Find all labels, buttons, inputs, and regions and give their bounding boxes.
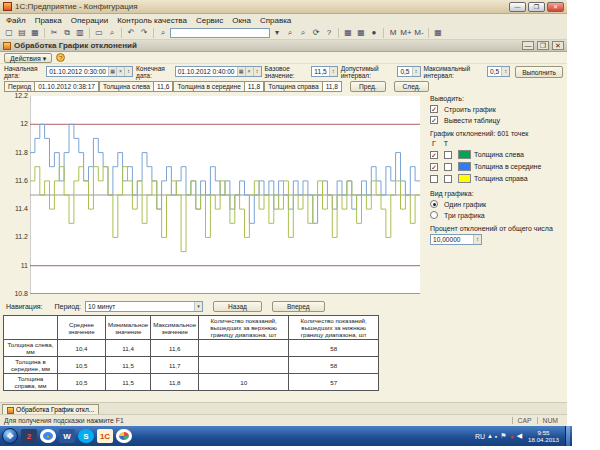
view-radio-2[interactable]: [430, 211, 438, 219]
end-date-field[interactable]: 01.10.2012 0:40:00 ▦ × ↕: [175, 66, 262, 77]
forward-button[interactable]: Вперед: [272, 301, 325, 312]
table-icon[interactable]: ▦: [342, 27, 354, 38]
menu-item-7[interactable]: Справка: [260, 16, 291, 25]
percent-field[interactable]: 10,00000 ↕: [430, 234, 482, 245]
output-checkbox-1[interactable]: ✓: [430, 105, 438, 113]
m-icon[interactable]: M: [387, 27, 399, 38]
menu-item-5[interactable]: Сервис: [196, 16, 223, 25]
base-value-field[interactable]: 11,5 ↕: [311, 66, 337, 77]
table-delete-icon[interactable]: ▦: [355, 27, 367, 38]
period-select-value: 10 минут: [86, 302, 194, 311]
show-desktop-button[interactable]: [565, 426, 570, 446]
copy-icon[interactable]: ⧉: [61, 27, 73, 38]
m-minus-icon[interactable]: M-: [413, 27, 425, 38]
search-icon[interactable]: ⌕: [157, 27, 169, 38]
legend-t-checkbox-3[interactable]: [444, 175, 452, 183]
legend-t-checkbox-1[interactable]: [444, 151, 452, 159]
num-indicator: NUM: [537, 417, 563, 424]
find-icon[interactable]: ⌕: [284, 27, 296, 38]
y-tick-label: 11.2: [2, 233, 28, 240]
output-checkbox-label: Вывести таблицу: [444, 117, 500, 124]
print-icon[interactable]: ▭: [93, 27, 105, 38]
taskbar-clock[interactable]: 9:55 18.04.2013: [525, 429, 562, 443]
legend-g-checkbox-1[interactable]: ✓: [430, 151, 438, 159]
table-row[interactable]: Толщина в середине, мм10,511,511,758: [4, 357, 379, 374]
menu-item-4[interactable]: Контроль качества: [117, 16, 187, 25]
help-icon[interactable]: ?: [323, 27, 335, 38]
table-row[interactable]: Толщина слева, мм10,411,411,658: [4, 340, 379, 357]
menu-item-6[interactable]: Окна: [232, 16, 251, 25]
spinner-icon[interactable]: ↕: [124, 67, 132, 76]
user-monitor-icon[interactable]: ●: [368, 27, 380, 38]
legend-g-checkbox-3[interactable]: [430, 175, 438, 183]
m-plus-icon[interactable]: M+: [400, 27, 412, 38]
processing-icon: [7, 407, 14, 414]
print-preview-icon[interactable]: ⌕: [106, 27, 118, 38]
mdi-minimize-button[interactable]: —: [522, 41, 534, 50]
refresh-icon[interactable]: ⟳: [310, 27, 322, 38]
prev-button[interactable]: Пред.: [350, 81, 386, 92]
search-dropdown-icon[interactable]: ▾: [271, 27, 283, 38]
chrome-icon[interactable]: [40, 429, 56, 443]
tolerance-field[interactable]: 0,5 ↕: [397, 66, 420, 77]
graphics-app-icon[interactable]: [116, 429, 132, 443]
period-select[interactable]: 10 минут ▾: [85, 301, 203, 312]
next-button[interactable]: След.: [394, 81, 430, 92]
results-table[interactable]: Среднее значениеМинимальное значениеМакс…: [3, 315, 379, 391]
1c-icon[interactable]: 1С: [97, 429, 113, 443]
save-icon[interactable]: ▦: [29, 27, 41, 38]
view-radio-1[interactable]: [430, 200, 438, 208]
find-next-icon[interactable]: ⌕: [297, 27, 309, 38]
menu-item-1[interactable]: Файл: [6, 16, 26, 25]
search-input[interactable]: [170, 28, 270, 38]
cut-icon[interactable]: ✂: [48, 27, 60, 38]
skype-icon[interactable]: S: [78, 429, 94, 443]
max-interval-field[interactable]: 0,5 ↕: [487, 66, 510, 77]
actions-button[interactable]: Действия ▾: [4, 53, 52, 63]
mdi-tab-bar: Обработка График откл...: [0, 402, 567, 414]
tray-language-indicator[interactable]: RU: [475, 433, 485, 440]
end-date-label: Конечная дата:: [136, 65, 172, 79]
spinner-icon[interactable]: ↕: [412, 67, 420, 76]
menu-item-2[interactable]: Правка: [35, 16, 62, 25]
spinner-icon[interactable]: ↕: [501, 67, 509, 76]
table-row[interactable]: Толщина справа, мм10,511,511,81057: [4, 374, 379, 391]
calendar-icon[interactable]: ▦: [237, 67, 245, 76]
back-button[interactable]: Назад: [213, 301, 262, 312]
paste-icon[interactable]: ▥: [74, 27, 86, 38]
redo-icon[interactable]: ↷: [138, 27, 150, 38]
legend-t-checkbox-2[interactable]: [444, 163, 452, 171]
spinner-icon[interactable]: ↕: [253, 67, 261, 76]
undo-icon[interactable]: ↶: [125, 27, 137, 38]
calendar-icon[interactable]: ▦: [108, 67, 116, 76]
mail-app-icon[interactable]: 2: [21, 429, 37, 443]
new-icon[interactable]: ▢: [3, 27, 15, 38]
maximize-button[interactable]: ❐: [528, 2, 545, 12]
close-button[interactable]: ✕: [547, 2, 564, 12]
clear-icon[interactable]: ×: [245, 67, 253, 76]
start-button[interactable]: ❖: [2, 428, 18, 444]
menu-item-3[interactable]: Операции: [71, 16, 108, 25]
spinner-icon[interactable]: ↕: [329, 67, 337, 76]
tray-speaker-icon[interactable]: ◀: [517, 432, 522, 440]
thickness-middle-label: Толщина в середине: [173, 81, 244, 92]
word-icon[interactable]: W: [59, 429, 75, 443]
output-checkbox-2[interactable]: ✓: [430, 116, 438, 124]
clear-icon[interactable]: ×: [116, 67, 124, 76]
tray-device-icon[interactable]: ▪: [495, 433, 497, 440]
mdi-restore-button[interactable]: ❐: [537, 41, 549, 50]
run-button[interactable]: Выполнить: [515, 66, 563, 78]
value-cell: [199, 357, 289, 374]
calc-icon[interactable]: ▦: [432, 27, 444, 38]
tray-flag-icon[interactable]: ⚑: [500, 432, 506, 440]
spinner-icon[interactable]: ↕: [473, 235, 481, 244]
chevron-down-icon: ▾: [43, 55, 47, 62]
mdi-close-button[interactable]: ✕: [552, 41, 564, 50]
open-icon[interactable]: ▤: [16, 27, 28, 38]
tray-alert-icon[interactable]: ●: [509, 433, 513, 440]
tray-up-arrow-icon[interactable]: ▴: [488, 432, 492, 440]
minimize-button[interactable]: —: [509, 2, 526, 12]
start-date-field[interactable]: 01.10.2012 0:30:00 ▦ × ↕: [46, 66, 133, 77]
help-circle-icon[interactable]: ?: [56, 53, 65, 62]
legend-g-checkbox-2[interactable]: ✓: [430, 163, 438, 171]
